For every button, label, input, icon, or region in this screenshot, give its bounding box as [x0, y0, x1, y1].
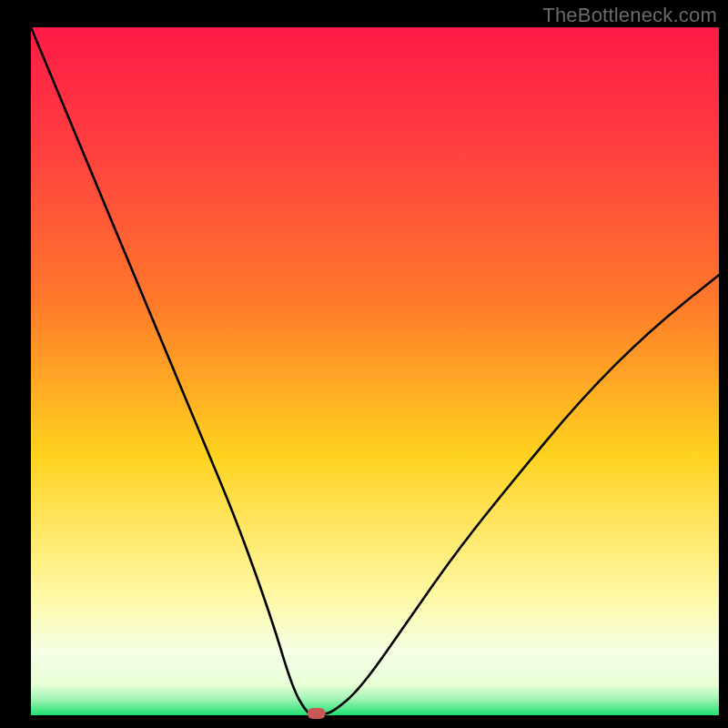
optimal-point-marker — [308, 708, 326, 719]
bottleneck-chart — [0, 0, 728, 728]
watermark-text: TheBottleneck.com — [542, 4, 717, 27]
chart-frame: TheBottleneck.com — [0, 0, 728, 728]
gradient-background — [31, 27, 719, 715]
